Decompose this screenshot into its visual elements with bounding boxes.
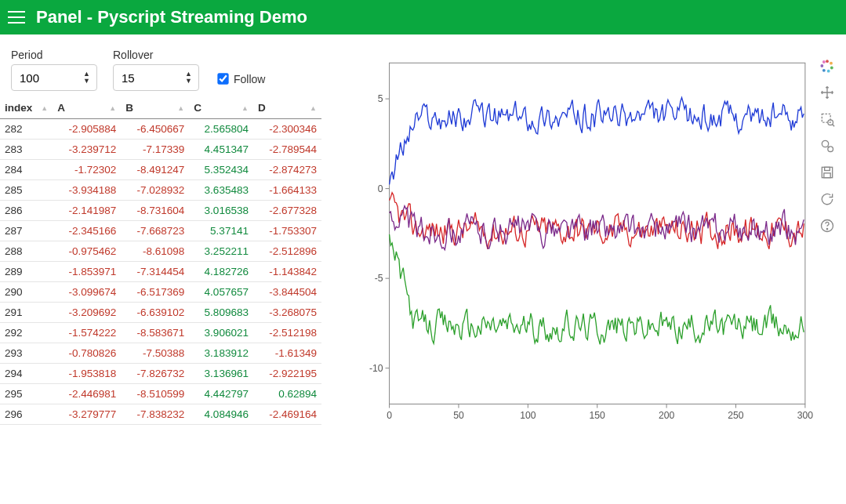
svg-point-23 <box>826 60 829 63</box>
cell-D: -2.512896 <box>253 241 321 262</box>
cell-D: -3.268075 <box>253 303 321 323</box>
svg-text:5: 5 <box>378 93 383 104</box>
period-label: Period <box>11 49 97 61</box>
cell-D: -1.753307 <box>253 221 321 241</box>
cell-A: -2.345166 <box>53 221 121 241</box>
cell-D: -3.844504 <box>253 282 321 303</box>
sort-icon: ▲ <box>177 104 184 112</box>
col-index[interactable]: index▲ <box>0 97 53 119</box>
cell-A: -2.141987 <box>53 201 121 221</box>
cell-B: -8.491247 <box>121 160 189 180</box>
svg-text:150: 150 <box>590 410 605 421</box>
svg-text:300: 300 <box>797 410 813 421</box>
cell-B: -7.838232 <box>121 404 189 425</box>
cell-D: -1.664133 <box>253 180 321 201</box>
table-row[interactable]: 296-3.279777-7.8382324.084946-2.469164 <box>0 404 321 425</box>
cell-C: 2.565804 <box>189 119 253 140</box>
period-input[interactable] <box>18 71 65 85</box>
cell-D: -2.677328 <box>253 201 321 221</box>
left-panel: Period ▲ ▼ Rollover ▲ ▼ <box>0 34 321 437</box>
cell-C: 4.442797 <box>189 384 253 404</box>
bokeh-logo-icon[interactable] <box>818 56 837 75</box>
col-C[interactable]: C▲ <box>189 97 253 119</box>
cell-index: 282 <box>0 119 53 140</box>
page-title: Panel - Pyscript Streaming Demo <box>36 7 307 27</box>
period-stepper[interactable]: ▲ ▼ <box>11 64 97 91</box>
cell-index: 292 <box>0 323 53 343</box>
period-control: Period ▲ ▼ <box>11 49 97 91</box>
sort-icon: ▲ <box>109 104 116 112</box>
pan-icon[interactable] <box>818 83 837 102</box>
cell-index: 284 <box>0 160 53 180</box>
table-row[interactable]: 286-2.141987-8.7316043.016538-2.677328 <box>0 201 321 221</box>
cell-A: -3.239712 <box>53 140 121 160</box>
cell-B: -8.510599 <box>121 384 189 404</box>
right-panel: -10-505050100150200250300 <box>321 34 846 437</box>
cell-D: -2.512198 <box>253 323 321 343</box>
table-row[interactable]: 284-1.72302-8.4912475.352434-2.874273 <box>0 160 321 180</box>
svg-point-38 <box>826 229 827 230</box>
table-row[interactable]: 287-2.345166-7.6687235.37141-1.753307 <box>0 221 321 241</box>
svg-point-25 <box>830 67 833 70</box>
table-row[interactable]: 295-2.446981-8.5105994.4427970.62894 <box>0 384 321 404</box>
cell-C: 3.183912 <box>189 343 253 364</box>
cell-C: 4.451347 <box>189 140 253 160</box>
chevron-down-icon[interactable]: ▼ <box>83 78 90 85</box>
cell-C: 5.352434 <box>189 160 253 180</box>
rollover-label: Rollover <box>113 49 199 61</box>
cell-C: 4.182726 <box>189 262 253 282</box>
svg-point-24 <box>830 62 833 65</box>
cell-index: 296 <box>0 404 53 425</box>
cell-index: 285 <box>0 180 53 201</box>
box-zoom-icon[interactable] <box>818 110 837 129</box>
rollover-input[interactable] <box>120 71 167 85</box>
cell-A: -1.574222 <box>53 323 121 343</box>
cell-index: 295 <box>0 384 53 404</box>
cell-C: 5.809683 <box>189 303 253 323</box>
table-row[interactable]: 294-1.953818-7.8267323.136961-2.922195 <box>0 364 321 384</box>
table-row[interactable]: 283-3.239712-7.173394.451347-2.789544 <box>0 140 321 160</box>
cell-D: 0.62894 <box>253 384 321 404</box>
table-row[interactable]: 290-3.099674-6.5173694.057657-3.844504 <box>0 282 321 303</box>
col-D[interactable]: D▲ <box>253 97 321 119</box>
series-B <box>390 234 804 344</box>
reset-icon[interactable] <box>818 190 837 208</box>
plot-area[interactable]: -10-505050100150200250300 <box>353 53 813 432</box>
save-icon[interactable] <box>818 163 837 182</box>
svg-rect-30 <box>822 114 830 122</box>
follow-checkbox[interactable] <box>217 73 228 84</box>
menu-icon[interactable] <box>8 11 25 24</box>
table-row[interactable]: 291-3.209692-6.6391025.809683-3.268075 <box>0 303 321 323</box>
table-row[interactable]: 289-1.853971-7.3144544.182726-1.143842 <box>0 262 321 282</box>
table-row[interactable]: 288-0.975462-8.610983.252211-2.512896 <box>0 241 321 262</box>
cell-C: 3.136961 <box>189 364 253 384</box>
help-icon[interactable] <box>818 216 837 235</box>
cell-D: -2.922195 <box>253 364 321 384</box>
wheel-zoom-icon[interactable] <box>818 136 837 155</box>
cell-index: 289 <box>0 262 53 282</box>
chevron-down-icon[interactable]: ▼ <box>185 78 192 85</box>
plot-toolbar <box>813 53 841 432</box>
col-A[interactable]: A▲ <box>53 97 121 119</box>
rollover-control: Rollover ▲ ▼ <box>113 49 199 91</box>
table-row[interactable]: 292-1.574222-8.5836713.906021-2.512198 <box>0 323 321 343</box>
cell-index: 291 <box>0 303 53 323</box>
cell-D: -2.469164 <box>253 404 321 425</box>
cell-index: 290 <box>0 282 53 303</box>
cell-A: -0.975462 <box>53 241 121 262</box>
col-B[interactable]: B▲ <box>121 97 189 119</box>
svg-rect-36 <box>824 173 830 178</box>
table-row[interactable]: 293-0.780826-7.503883.183912-1.61349 <box>0 343 321 364</box>
svg-text:100: 100 <box>520 410 536 421</box>
rollover-stepper[interactable]: ▲ ▼ <box>113 64 199 91</box>
cell-B: -8.583671 <box>121 323 189 343</box>
table-row[interactable]: 282-2.905884-6.4506672.565804-2.300346 <box>0 119 321 140</box>
cell-A: -3.209692 <box>53 303 121 323</box>
cell-B: -6.517369 <box>121 282 189 303</box>
line-chart[interactable]: -10-505050100150200250300 <box>353 53 813 430</box>
cell-C: 3.906021 <box>189 323 253 343</box>
svg-point-29 <box>822 60 826 63</box>
table-row[interactable]: 285-3.934188-7.0289323.635483-1.664133 <box>0 180 321 201</box>
sort-icon: ▲ <box>41 104 48 112</box>
sort-icon: ▲ <box>310 104 317 112</box>
